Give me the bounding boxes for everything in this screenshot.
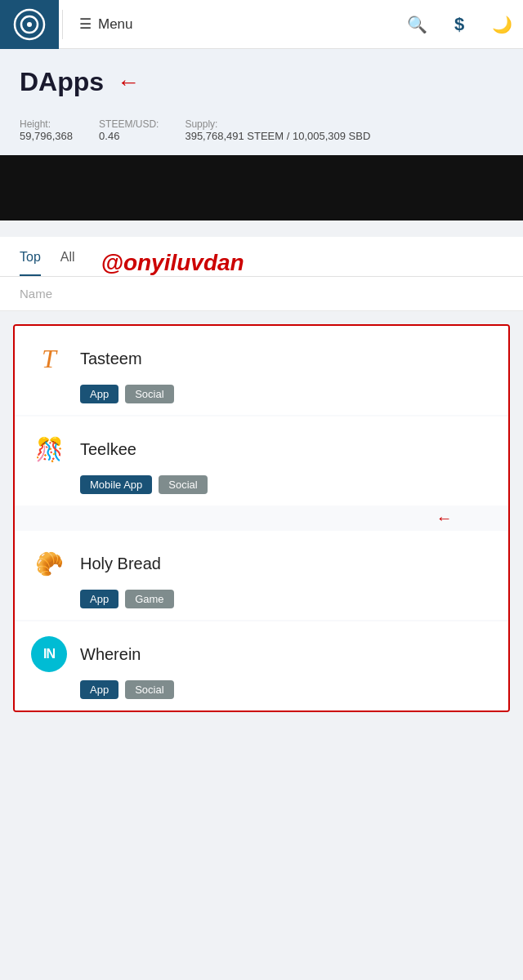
dapp-row: 🥐 Holy Bread [31, 546, 492, 581]
moon-icon: 🌙 [492, 15, 512, 34]
tab-all[interactable]: All [60, 250, 75, 276]
tag: Social [125, 385, 173, 403]
tag: App [80, 680, 118, 699]
dollar-button[interactable]: $ [438, 0, 481, 49]
tab-top[interactable]: Top [20, 250, 41, 276]
supply-value: 395,768,491 STEEM / 10,005,309 SBD [185, 130, 370, 142]
menu-button[interactable]: ☰ Menu [66, 9, 146, 39]
banner [0, 155, 523, 220]
dapp-row: 🎊 Teelkee [31, 431, 492, 467]
stat-steem-usd: STEEM/USD: 0.46 [99, 118, 159, 142]
dapp-row: IN Wherein [31, 636, 492, 672]
logo[interactable] [0, 0, 59, 49]
dapp-outlined-box: T Tasteem AppSocial 🎊 Teelkee Mobile App… [13, 324, 510, 712]
svg-point-2 [27, 22, 32, 27]
dapp-tags: AppSocial [31, 385, 492, 403]
tag: App [80, 385, 118, 403]
tasteem-icon: T [31, 341, 67, 376]
stat-supply: Supply: 395,768,491 STEEM / 10,005,309 S… [185, 118, 370, 142]
tag: App [80, 590, 118, 608]
wherein-icon: IN [31, 636, 67, 672]
dapp-tags: AppSocial [31, 680, 492, 699]
search-icon: 🔍 [407, 15, 427, 34]
dapp-name: Wherein [80, 645, 141, 664]
dapp-row: T Tasteem [31, 341, 492, 376]
dapp-tags: Mobile AppSocial [31, 475, 492, 494]
tag: Social [159, 475, 207, 494]
dark-mode-button[interactable]: 🌙 [481, 0, 523, 49]
dapp-name: Teelkee [80, 440, 136, 459]
title-arrow: ← [117, 69, 229, 96]
page-header: DApps ← [0, 49, 523, 112]
supply-label: Supply: [185, 118, 370, 130]
dapp-name: Tasteem [80, 350, 142, 368]
dapp-emoji-icon: 🥐 [31, 546, 67, 581]
list-item[interactable]: IN Wherein AppSocial [15, 621, 508, 710]
height-label: Height: [20, 118, 73, 130]
tag: Social [125, 680, 173, 699]
list-item[interactable]: T Tasteem AppSocial [15, 326, 508, 415]
navbar: ☰ Menu 🔍 $ 🌙 [0, 0, 523, 49]
filter-tabs: Top All @onyiluvdan [20, 250, 503, 276]
steem-usd-label: STEEM/USD: [99, 118, 159, 130]
nav-icons: 🔍 $ 🌙 [396, 0, 523, 49]
search-button[interactable]: 🔍 [396, 0, 438, 49]
dollar-icon: $ [454, 14, 464, 35]
filter-section: Top All @onyiluvdan [0, 237, 523, 276]
spacer [0, 220, 523, 237]
menu-label: Menu [98, 16, 133, 33]
dapp-tags: AppGame [31, 590, 492, 608]
list-item[interactable]: 🎊 Teelkee Mobile AppSocial [15, 416, 508, 506]
dapp-emoji-icon: 🎊 [31, 431, 67, 467]
height-value: 59,796,368 [20, 130, 73, 142]
name-header: Name [0, 277, 523, 311]
stat-height: Height: 59,796,368 [20, 118, 73, 142]
stats-bar: Height: 59,796,368 STEEM/USD: 0.46 Suppl… [0, 112, 523, 155]
tag: Mobile App [80, 475, 152, 494]
name-column-label: Name [20, 287, 52, 301]
red-arrow-icon: ← [436, 509, 489, 528]
list-item[interactable]: 🥐 Holy Bread AppGame [15, 531, 508, 620]
page-title: DApps [20, 67, 104, 97]
arrow-annotation: ← [15, 507, 508, 531]
hamburger-icon: ☰ [79, 16, 92, 33]
dapp-list-container: T Tasteem AppSocial 🎊 Teelkee Mobile App… [0, 311, 523, 725]
nav-divider [62, 10, 63, 39]
tag: Game [125, 590, 173, 608]
dapp-name: Holy Bread [80, 555, 161, 573]
steem-usd-value: 0.46 [99, 130, 119, 142]
watermark: @onyiluvdan [101, 250, 244, 276]
